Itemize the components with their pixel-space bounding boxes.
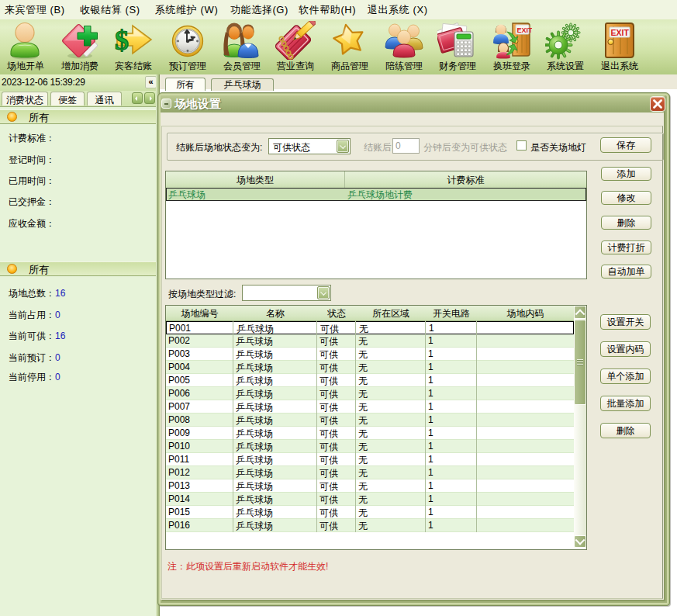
svg-text:EXIT: EXIT xyxy=(517,26,533,34)
svg-text:$: $ xyxy=(115,25,129,56)
svg-text:EXIT: EXIT xyxy=(611,28,630,37)
